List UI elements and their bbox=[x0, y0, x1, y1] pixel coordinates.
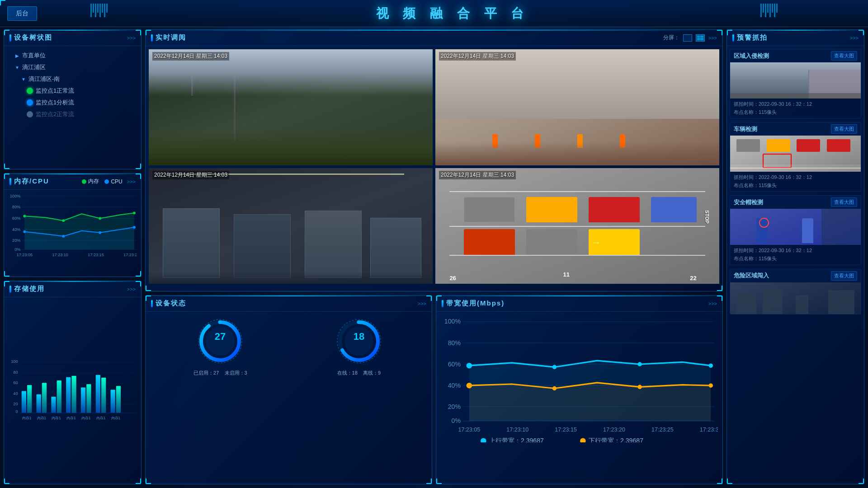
bandwidth-chart: 100% 80% 60% 40% 20% 0% bbox=[436, 312, 722, 447]
mem-legend: 内存 bbox=[82, 178, 99, 185]
svg-point-80 bbox=[552, 365, 557, 369]
svg-text:17:23:25: 17:23:25 bbox=[651, 427, 674, 433]
svg-text:下行带宽：2.39687: 下行带宽：2.39687 bbox=[589, 437, 643, 442]
alert-view-btn-2[interactable]: 查看大图 bbox=[831, 124, 857, 134]
svg-text:17:23:15: 17:23:15 bbox=[88, 253, 104, 257]
tree-item-2[interactable]: ▼ 滴江浦区 bbox=[7, 61, 138, 73]
storage-more[interactable]: >>> bbox=[127, 286, 136, 292]
svg-rect-42 bbox=[66, 377, 71, 413]
mem-cpu-more[interactable]: >>> bbox=[127, 179, 136, 184]
svg-text:内存1: 内存1 bbox=[96, 416, 106, 420]
tree-arrow-1: ▶ bbox=[14, 52, 20, 59]
video-cell-2[interactable]: 2022年12月14日 星期三 14:03 bbox=[435, 49, 720, 166]
device-status-panel: 设备状态 >>> bbox=[145, 295, 432, 484]
svg-text:60%: 60% bbox=[12, 216, 20, 221]
svg-rect-38 bbox=[37, 394, 41, 413]
alert-view-btn-4[interactable]: 查看大图 bbox=[831, 271, 857, 281]
storage-panel: 存储使用 >>> 100 80 60 40 20 0 bbox=[4, 281, 142, 484]
tree-label-3: 滴江浦区-南 bbox=[28, 75, 60, 83]
bottom-middle: 设备状态 >>> bbox=[145, 295, 723, 484]
device-tree-title: 设备树状图 bbox=[14, 33, 52, 42]
alert-image-1 bbox=[730, 62, 861, 99]
video-cell-4[interactable]: 2022年12月14日 星期三 14:03 bbox=[435, 168, 720, 285]
storage-content: 100 80 60 40 20 0 bbox=[4, 297, 141, 482]
storage-header: 存储使用 >>> bbox=[4, 281, 141, 297]
svg-point-66 bbox=[344, 327, 373, 356]
tree-item-4[interactable]: 监控点1正常流 bbox=[7, 85, 138, 97]
svg-point-15 bbox=[133, 211, 136, 214]
mem-cpu-chart: 100% 80% 60% 40% 20% 0% bbox=[4, 190, 141, 262]
svg-rect-43 bbox=[71, 376, 76, 413]
tree-item-6[interactable]: 监控点2正常流 bbox=[7, 108, 138, 120]
layout-1x1[interactable] bbox=[683, 34, 692, 42]
layout-label: 分屏： bbox=[663, 34, 679, 42]
video-timestamp-2: 2022年12月14日 星期三 14:03 bbox=[439, 52, 516, 61]
svg-text:17:23:15: 17:23:15 bbox=[555, 427, 577, 433]
svg-point-19 bbox=[133, 226, 136, 229]
cpu-dot bbox=[104, 179, 109, 184]
tree-item-1[interactable]: ▶ 市直单位 bbox=[7, 50, 138, 61]
device-tree-more[interactable]: >>> bbox=[127, 35, 136, 41]
svg-text:17:23:10: 17:23:10 bbox=[506, 427, 528, 433]
video-cell-1[interactable]: 2022年12月14日 星期三 14:03 bbox=[148, 49, 433, 166]
tree-label-2: 滴江浦区 bbox=[22, 63, 46, 71]
svg-text:80: 80 bbox=[13, 370, 18, 375]
title-accent-3 bbox=[9, 286, 11, 293]
video-grid: 2022年12月14日 星期三 14:03 2022年12月14日 星期三 bbox=[146, 46, 722, 287]
bandwidth-header: 带宽使用(Mbps) >>> bbox=[436, 296, 722, 312]
svg-text:17:23:10: 17:23:10 bbox=[52, 253, 68, 257]
svg-point-79 bbox=[467, 363, 472, 369]
tree-label-6: 监控点2正常流 bbox=[36, 110, 74, 118]
gauge-online-label: 在线：18 离线：9 bbox=[337, 370, 381, 376]
gauge-row: 27 已启用：27 未启用：3 bbox=[146, 312, 432, 381]
alert-view-btn-3[interactable]: 查看大图 bbox=[831, 197, 857, 207]
svg-rect-40 bbox=[51, 397, 56, 413]
svg-text:内存1: 内存1 bbox=[52, 416, 61, 420]
tree-arrow-3: ▼ bbox=[20, 76, 27, 82]
alert-time-2: 抓拍时间：2022-09-30 16：32：12 bbox=[734, 174, 857, 182]
device-status-header: 设备状态 >>> bbox=[146, 296, 432, 312]
alert-camera-3: 布点名称：115像头 bbox=[734, 255, 857, 263]
svg-text:80%: 80% bbox=[448, 339, 461, 347]
mem-cpu-svg: 100% 80% 60% 40% 20% 0% bbox=[9, 192, 137, 258]
alert-camera-2: 布点名称：115像头 bbox=[734, 182, 857, 190]
header: 后台 视 频 融 合 平 台 bbox=[0, 0, 868, 27]
svg-point-14 bbox=[99, 217, 101, 220]
svg-rect-41 bbox=[57, 380, 61, 413]
svg-point-18 bbox=[99, 231, 101, 234]
device-tree-panel: 设备树状图 >>> ▶ 市直单位 ▼ 滴江浦区 ▼ 滴江浦区-南 bbox=[4, 29, 142, 169]
svg-rect-48 bbox=[111, 390, 115, 413]
tree-item-3[interactable]: ▼ 滴江浦区-南 bbox=[7, 73, 138, 85]
bandwidth-more[interactable]: >>> bbox=[708, 301, 717, 306]
svg-text:内存1: 内存1 bbox=[81, 416, 91, 420]
layout-2x2[interactable] bbox=[696, 34, 705, 42]
mem-label: 内存 bbox=[88, 178, 99, 185]
gauge-active-label: 已启用：27 未启用：3 bbox=[193, 370, 247, 376]
svg-text:17:23:20: 17:23:20 bbox=[603, 427, 625, 433]
svg-text:20%: 20% bbox=[12, 239, 20, 243]
alert-more[interactable]: >>> bbox=[850, 35, 859, 41]
tree-item-5[interactable]: 监控点1分析流 bbox=[7, 97, 138, 108]
tree-content: ▶ 市直单位 ▼ 滴江浦区 ▼ 滴江浦区-南 监控点1正常流 监控点1分 bbox=[4, 46, 141, 124]
alert-content: 区域入侵检测 查看大图 抓拍时间：2022-09-30 16 bbox=[727, 46, 864, 317]
realtime-title: 实时调阅 bbox=[156, 33, 186, 42]
mem-cpu-title: 内存/CPU bbox=[14, 177, 49, 186]
video-timestamp-4: 2022年12月14日 星期三 14:03 bbox=[439, 171, 516, 179]
svg-text:100%: 100% bbox=[10, 194, 20, 198]
alert-item-header-2: 车辆检测 查看大图 bbox=[730, 122, 861, 136]
svg-point-81 bbox=[637, 362, 642, 366]
alert-view-btn-1[interactable]: 查看大图 bbox=[831, 51, 857, 61]
svg-text:60%: 60% bbox=[448, 361, 461, 368]
svg-rect-37 bbox=[27, 385, 32, 413]
alert-panel: 预警抓拍 >>> 区域入侵检测 查看大图 bbox=[726, 29, 864, 484]
device-status-more[interactable]: >>> bbox=[418, 301, 426, 306]
back-button[interactable]: 后台 bbox=[7, 6, 37, 21]
video-cell-3[interactable]: 2022年12月14日 星期三 14:03 bbox=[148, 168, 433, 285]
realtime-header: 实时调阅 分屏： >>> bbox=[146, 30, 722, 46]
svg-text:20%: 20% bbox=[448, 403, 461, 410]
svg-text:100: 100 bbox=[11, 359, 18, 364]
svg-point-61 bbox=[206, 327, 235, 356]
gauge-online: 18 在线：18 离线：9 bbox=[334, 316, 384, 376]
alert-item-header-4: 危险区域闯入 查看大图 bbox=[730, 269, 861, 282]
realtime-more[interactable]: >>> bbox=[708, 35, 717, 41]
